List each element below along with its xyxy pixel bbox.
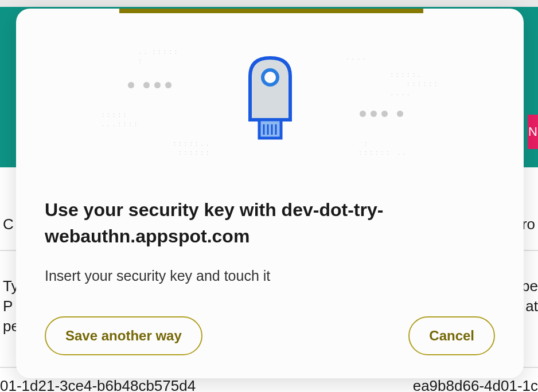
security-key-dialog: . . : : : : :: : : : : :. . . : : : : : … — [16, 9, 524, 378]
decorative-dots — [128, 82, 171, 88]
illustration-area: . . : : : : :: : : : : :. . . : : : : : … — [16, 25, 524, 174]
bg-text-fragment: ro — [522, 215, 535, 233]
browser-chrome-fragment — [0, 0, 538, 7]
dialog-actions: Save another way Cancel — [45, 316, 495, 355]
page-badge-fragment: N — [528, 115, 538, 149]
decorative-dots — [360, 111, 403, 117]
bg-text-fragment: ea9b8d66-4d01-1c — [413, 377, 538, 392]
bg-text-fragment: C — [3, 215, 14, 233]
save-another-way-button[interactable]: Save another way — [45, 316, 202, 355]
decorative-dots: :: : : : : : . . — [360, 139, 406, 158]
decorative-dots: . . . . — [347, 53, 366, 62]
decorative-dots: : : : : : . : : : : : :. . . . — [391, 70, 438, 98]
bg-text-fragment: 01-1d21-3ce4-b6b48cb575d4 — [0, 377, 196, 392]
bg-text-fragment: pe at — [521, 276, 538, 316]
security-key-icon — [239, 53, 302, 145]
svg-rect-1 — [259, 120, 281, 138]
dialog-subtitle: Insert your security key and touch it — [45, 266, 495, 286]
dialog-title: Use your security key with dev-dot-try-w… — [45, 197, 495, 250]
decorative-dots: . . : : : : :: — [139, 48, 178, 66]
decorative-dots: : : : : :. . . : : : : — [102, 111, 138, 129]
decorative-dots: : : : : : . . : : : : : : — [174, 139, 209, 158]
svg-point-0 — [263, 70, 278, 85]
cancel-button[interactable]: Cancel — [408, 316, 495, 355]
dialog-accent-bar — [119, 9, 423, 13]
dialog-content: Use your security key with dev-dot-try-w… — [16, 174, 524, 286]
